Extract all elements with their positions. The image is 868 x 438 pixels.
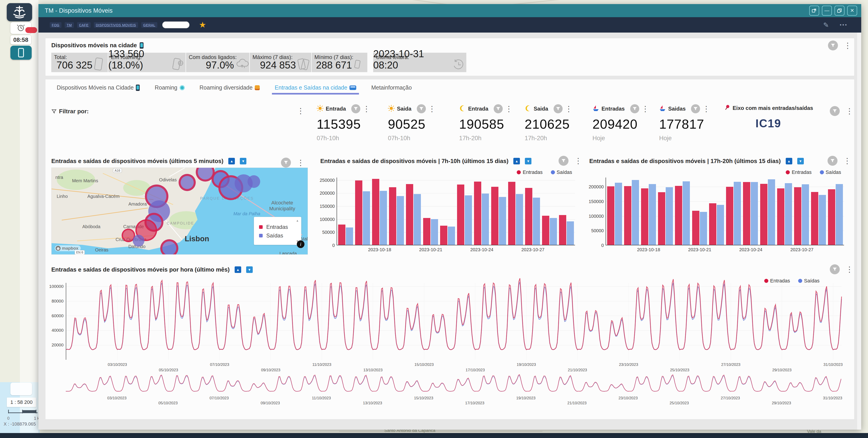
bar-group[interactable] [708, 177, 725, 245]
kebab-menu-icon[interactable]: ⋮ [297, 159, 301, 167]
kebab-menu-icon[interactable]: ⋮ [505, 105, 509, 113]
tab-roaming-diversidade[interactable]: Roaming diversidade [199, 84, 260, 94]
toolbar-tag[interactable]: GERAL [141, 22, 157, 28]
filter-icon[interactable] [630, 104, 639, 113]
entradas-bar[interactable] [406, 184, 413, 245]
move-down-button[interactable]: ▼ [797, 158, 804, 165]
entradas-bar[interactable] [372, 179, 379, 245]
bar-group[interactable] [810, 177, 827, 245]
filter-icon[interactable] [830, 264, 840, 274]
saidas-bar[interactable] [632, 180, 639, 245]
saidas-bar[interactable] [380, 191, 387, 245]
saidas-bar[interactable] [363, 191, 370, 245]
saidas-bar[interactable] [819, 195, 826, 245]
kebab-menu-icon[interactable]: ⋮ [642, 105, 646, 113]
entradas-bar[interactable] [692, 211, 700, 245]
entradas-bar[interactable] [675, 186, 682, 245]
bar-group[interactable] [691, 177, 708, 245]
bar-chart-legend[interactable]: EntradasSaídas [517, 169, 572, 175]
bar-group[interactable] [473, 177, 490, 245]
saidas-bar[interactable] [499, 197, 506, 245]
filter-icon[interactable] [559, 156, 568, 166]
mobile-devices-tool-button[interactable] [10, 46, 32, 60]
bar-chart-plot[interactable]: 0500001000001500002000002500002023-10-18… [337, 177, 575, 245]
entradas-bar[interactable] [828, 189, 835, 245]
saidas-bar[interactable] [683, 181, 690, 245]
map-legend[interactable]: ▲▼ Entradas Saídas [254, 217, 301, 245]
entradas-bar[interactable] [338, 225, 345, 245]
saidas-bar[interactable] [836, 184, 843, 245]
bar-group[interactable] [827, 177, 844, 245]
saidas-bar[interactable] [550, 218, 557, 245]
map-scale-box[interactable]: 1 : 58 200 [7, 398, 36, 407]
mapbox-attribution[interactable]: ◍mapbox [55, 245, 81, 251]
entradas-bar[interactable] [709, 203, 716, 245]
restore-button[interactable] [835, 6, 844, 16]
entradas-bar[interactable] [743, 182, 750, 245]
kebab-menu-icon[interactable]: ⋮ [846, 265, 850, 273]
bar-group[interactable] [524, 177, 541, 245]
saidas-bar[interactable] [768, 179, 775, 245]
bar-group[interactable] [507, 177, 524, 245]
popout-button[interactable] [809, 6, 819, 16]
bar-group[interactable] [422, 177, 439, 245]
entradas-bar[interactable] [794, 187, 801, 245]
toggle-pill[interactable] [162, 22, 189, 28]
entradas-bar[interactable] [658, 192, 665, 245]
entradas-bar[interactable] [542, 216, 549, 245]
saidas-bar[interactable] [751, 182, 758, 245]
saidas-bar[interactable] [567, 222, 574, 245]
kebab-menu-icon[interactable]: ⋮ [843, 157, 848, 165]
bar-group[interactable] [742, 177, 759, 245]
saidas-bar[interactable] [397, 196, 404, 245]
bar-group[interactable] [541, 177, 558, 245]
bar-group[interactable] [337, 177, 354, 245]
saidas-bar[interactable] [785, 183, 792, 245]
map-info-icon[interactable]: i [297, 240, 305, 248]
saidas-bar[interactable] [615, 183, 622, 245]
alarm-widget[interactable] [10, 22, 31, 34]
move-down-button[interactable]: ▼ [525, 158, 531, 165]
move-up-button[interactable]: ▲ [513, 158, 520, 165]
map-data-bubble[interactable] [160, 239, 178, 255]
entradas-bar[interactable] [607, 186, 614, 245]
filter-icon[interactable] [830, 106, 840, 116]
bar-group[interactable] [725, 177, 742, 245]
entradas-bar[interactable] [641, 188, 648, 245]
move-up-button[interactable]: ▲ [235, 266, 241, 273]
entradas-bar[interactable] [811, 192, 818, 245]
kebab-menu-icon[interactable]: ⋮ [565, 105, 569, 113]
filter-icon[interactable] [691, 104, 700, 113]
entradas-bar[interactable] [440, 226, 447, 245]
map-tool-widget[interactable] [10, 383, 32, 395]
entradas-bar[interactable] [559, 215, 566, 245]
kebab-menu-icon[interactable]: ⋮ [297, 107, 301, 115]
bar-group[interactable] [793, 177, 810, 245]
legend-collapse-icons[interactable]: ▲▼ [296, 219, 299, 243]
filter-icon[interactable] [828, 40, 838, 51]
toolbar-tag[interactable]: TM [65, 22, 74, 28]
toolbar-tag[interactable]: CAFE [77, 22, 91, 28]
saidas-bar[interactable] [717, 205, 724, 245]
kebab-menu-icon[interactable]: ⋮ [844, 41, 848, 49]
kebab-menu-icon[interactable]: ⋮ [702, 105, 707, 113]
entradas-bar[interactable] [624, 186, 631, 245]
tab-metainforma-o[interactable]: Metainformação [371, 84, 412, 94]
bar-group[interactable] [640, 177, 657, 245]
bar-group[interactable] [776, 177, 793, 245]
entradas-bar[interactable] [525, 188, 532, 245]
entradas-bar[interactable] [423, 218, 430, 245]
bar-chart-plot[interactable]: 0500001000001500002000002023-10-182023-1… [606, 177, 844, 245]
filter-icon[interactable] [417, 104, 426, 113]
entradas-bar[interactable] [508, 182, 515, 245]
kebab-menu-icon[interactable]: ⋮ [575, 157, 579, 165]
move-down-button[interactable]: ▼ [240, 158, 246, 165]
entradas-bar[interactable] [457, 184, 464, 245]
entradas-bar[interactable] [474, 182, 481, 245]
bar-group[interactable] [354, 177, 371, 245]
saidas-bar[interactable] [734, 182, 741, 245]
tab-dispositivos-m-veis-na-cidade[interactable]: Dispositivos Móveis na Cidade [57, 84, 140, 94]
more-options-icon[interactable]: ••• [840, 22, 848, 28]
bar-group[interactable] [674, 177, 691, 245]
filter-icon[interactable] [494, 104, 503, 113]
